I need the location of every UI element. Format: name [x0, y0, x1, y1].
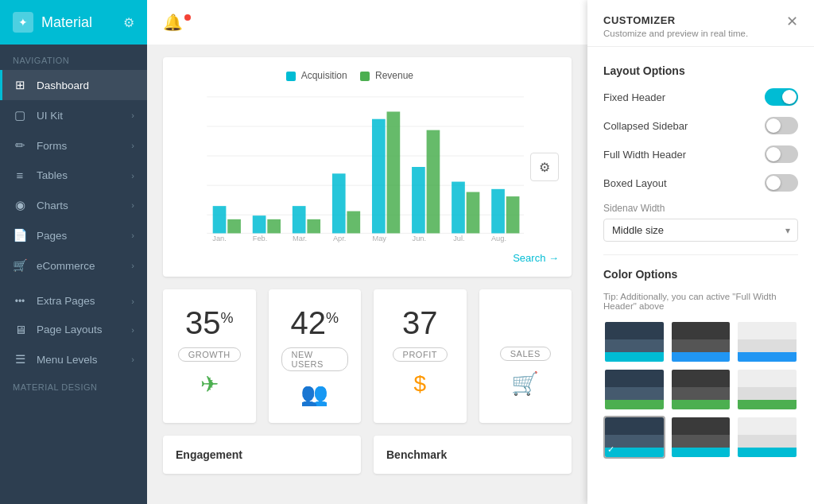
color-swatch-9[interactable]: [736, 416, 798, 459]
svg-rect-14: [253, 215, 266, 233]
gear-button[interactable]: ⚙: [530, 153, 559, 181]
sidebar-item-label: eCommerce: [37, 260, 122, 272]
sidebar-item-extra-pages[interactable]: ••• Extra Pages ›: [0, 287, 147, 315]
color-swatch-4[interactable]: [603, 368, 665, 411]
sidebar-item-label: Pages: [37, 230, 122, 242]
chevron-icon: ›: [131, 231, 134, 240]
bar-chart-area: 100 80 60 40 20 0: [176, 89, 524, 264]
sidebar-item-tables[interactable]: ≡ Tables ›: [0, 161, 147, 190]
revenue-dot: [360, 72, 370, 81]
sidenav-width-select[interactable]: Small size Middle size Large size: [603, 219, 798, 242]
sidebar-item-charts[interactable]: ◉ Charts ›: [0, 190, 147, 220]
engagement-card: Engagement: [163, 436, 361, 474]
main-wrapper: 🔔 Acquisition Revenue: [147, 0, 587, 504]
sidebar-header: ✦ Material ⚙: [0, 0, 147, 45]
content-area: Acquisition Revenue 100 80 60 40: [147, 45, 587, 504]
color-swatch-2[interactable]: [670, 320, 732, 363]
sidebar-item-label: Tables: [37, 169, 122, 181]
svg-text:Jan.: Jan.: [212, 235, 227, 242]
growth-value: 35%: [185, 305, 234, 341]
sidebar-item-label: UI Kit: [37, 110, 122, 122]
full-width-header-toggle[interactable]: [765, 145, 798, 163]
customizer-panel: CUSTOMIZER Customize and preview in real…: [587, 0, 814, 504]
sidenav-label: Sidenav Width: [603, 203, 798, 214]
logo-text: Material: [41, 14, 92, 31]
sidenav-section: Sidenav Width Small size Middle size Lar…: [603, 203, 798, 242]
color-swatch-3[interactable]: [736, 320, 798, 363]
customizer-title-block: CUSTOMIZER Customize and preview in real…: [603, 14, 748, 38]
svg-rect-27: [506, 196, 520, 233]
fixed-header-toggle[interactable]: [765, 88, 798, 106]
sidebar-gear-icon[interactable]: ⚙: [123, 15, 134, 30]
svg-text:Aug.: Aug.: [491, 235, 506, 242]
svg-text:Jul.: Jul.: [453, 235, 464, 242]
legend-acquisition: Acquisition: [286, 70, 347, 81]
sidebar-item-menu-levels[interactable]: ☰ Menu Levels ›: [0, 344, 147, 374]
stat-sales: SALES 🛒: [479, 289, 572, 423]
chevron-icon: ›: [131, 355, 134, 364]
bell-icon[interactable]: 🔔: [163, 13, 183, 32]
svg-rect-18: [332, 173, 346, 233]
sales-label: SALES: [500, 347, 551, 361]
stat-profit: 37 PROFIT $: [374, 289, 467, 423]
svg-text:Feb.: Feb.: [253, 235, 268, 242]
acquisition-dot: [286, 72, 296, 81]
bar-chart-svg: 100 80 60 40 20 0: [200, 89, 524, 245]
sidebar-item-label: Extra Pages: [37, 295, 122, 307]
cart-icon: 🛒: [511, 370, 539, 397]
sidebar-item-label: Page Layouts: [37, 324, 122, 335]
profit-label: PROFIT: [393, 347, 448, 362]
layout-section-title: Layout Options: [603, 64, 798, 77]
sidenav-select-wrapper: Small size Middle size Large size: [603, 219, 798, 242]
forms-icon: ✏: [13, 138, 27, 153]
svg-text:Mar.: Mar.: [293, 235, 307, 242]
extra-pages-icon: •••: [13, 296, 27, 307]
color-swatch-8[interactable]: [670, 416, 732, 459]
chart-legend: Acquisition Revenue: [176, 70, 524, 81]
page-layouts-icon: 🖥: [13, 323, 27, 336]
color-swatch-5[interactable]: [670, 368, 732, 411]
sidebar-item-dashboard[interactable]: ⊞ Dashboard: [0, 70, 147, 100]
sidebar-item-page-layouts[interactable]: 🖥 Page Layouts ›: [0, 315, 147, 344]
chevron-icon: ›: [131, 171, 134, 180]
fixed-header-label: Fixed Header: [603, 91, 665, 103]
color-grid: ✓: [603, 320, 798, 459]
stat-growth: 35% GROWTH ✈: [163, 289, 256, 423]
svg-rect-19: [347, 211, 360, 234]
charts-row: Acquisition Revenue 100 80 60 40: [163, 57, 572, 277]
full-width-header-option: Full Width Header: [603, 145, 798, 163]
selected-checkmark: ✓: [607, 444, 614, 455]
customizer-body: Layout Options Fixed Header Collapsed Si…: [587, 47, 814, 471]
svg-rect-12: [213, 206, 227, 233]
nav-label: Navigation: [0, 45, 147, 70]
bar-chart-card: Acquisition Revenue 100 80 60 40: [163, 57, 572, 277]
color-swatch-7[interactable]: ✓: [603, 416, 665, 459]
sidebar-item-pages[interactable]: 📄 Pages ›: [0, 220, 147, 250]
users-icon: 👥: [300, 381, 328, 407]
svg-rect-13: [227, 219, 241, 234]
benchmark-card: Benchmark: [374, 436, 572, 474]
svg-rect-20: [372, 119, 386, 234]
sidebar-footer-label: Material Design: [0, 374, 147, 395]
charts-icon: ◉: [13, 198, 27, 212]
ui-kit-icon: ▢: [13, 108, 27, 122]
chevron-icon: ›: [131, 261, 134, 270]
boxed-layout-toggle[interactable]: [765, 174, 798, 192]
collapsed-sidebar-toggle[interactable]: [765, 117, 798, 134]
full-width-header-label: Full Width Header: [603, 149, 686, 161]
boxed-layout-label: Boxed Layout: [603, 177, 667, 189]
sidebar-logo: ✦ Material: [13, 12, 92, 33]
sidebar-item-ui-kit[interactable]: ▢ UI Kit ›: [0, 100, 147, 130]
chevron-icon: ›: [131, 325, 134, 335]
svg-rect-17: [307, 219, 320, 234]
color-swatch-1[interactable]: [603, 320, 665, 363]
chevron-icon: ›: [131, 297, 134, 306]
search-link[interactable]: Search →: [513, 252, 559, 264]
sidebar-item-ecommerce[interactable]: 🛒 eCommerce ›: [0, 250, 147, 281]
collapsed-sidebar-option: Collapsed Sidebar: [603, 117, 798, 134]
sidebar-item-forms[interactable]: ✏ Forms ›: [0, 130, 147, 161]
sidebar-item-label: Menu Levels: [37, 354, 122, 366]
color-swatch-6[interactable]: [736, 368, 798, 411]
close-icon[interactable]: ✕: [786, 14, 798, 29]
notification-dot: [184, 14, 191, 21]
